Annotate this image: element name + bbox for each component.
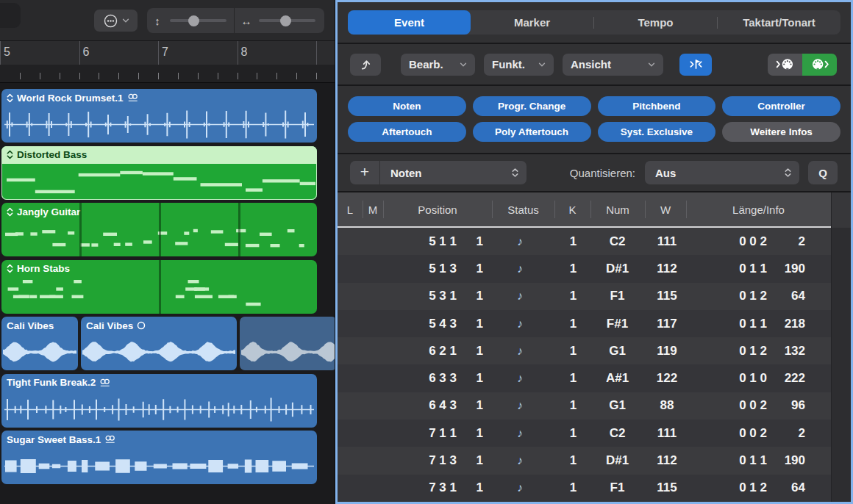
length-value: 0 1 1 bbox=[739, 317, 767, 331]
tab-label: Taktart/Tonart bbox=[743, 16, 815, 29]
region-world-rock-drumset-1[interactable]: World Rock Drumset.1 bbox=[1, 89, 317, 143]
filter-poly-aftertouch[interactable]: Poly Aftertouch bbox=[473, 122, 591, 142]
channel-value: 1 bbox=[557, 317, 590, 331]
event-row[interactable]: 6 2 11♪1G11190 1 2132 bbox=[338, 337, 831, 364]
status-cell: ♪ bbox=[483, 453, 557, 468]
ruler-tick bbox=[60, 73, 60, 79]
note-icon: ♪ bbox=[517, 372, 523, 384]
event-controls-row: + Noten Quantisieren: Aus Q bbox=[338, 154, 851, 191]
position-value: 7 1 1 bbox=[383, 426, 457, 441]
event-row[interactable]: 5 4 31♪1F#11170 1 1218 bbox=[338, 310, 831, 337]
event-row[interactable]: 6 4 31♪1G1880 0 296 bbox=[338, 392, 831, 420]
column-header-num[interactable]: Num bbox=[590, 192, 645, 226]
region-options-button[interactable] bbox=[94, 10, 138, 32]
column-header-position[interactable]: Position bbox=[383, 192, 492, 226]
event-row[interactable]: 7 1 31♪1D#11120 1 1190 bbox=[338, 447, 831, 474]
column-header-status[interactable]: Status bbox=[492, 192, 554, 226]
filter-noten[interactable]: Noten bbox=[348, 96, 466, 116]
filter-progr-change[interactable]: Progr. Change bbox=[473, 96, 591, 116]
region-loop-tail[interactable] bbox=[240, 317, 335, 370]
tab-label: Marker bbox=[514, 16, 550, 29]
quantize-select[interactable]: Aus bbox=[645, 161, 799, 184]
region-tight-funk-break-2[interactable]: Tight Funk Break.2 bbox=[1, 374, 317, 428]
column-header-k[interactable]: K bbox=[554, 192, 590, 226]
velocity-value: 111 bbox=[645, 234, 689, 249]
horizontal-zoom-icon: ↔ bbox=[236, 15, 257, 27]
position-value: 6 4 3 bbox=[383, 398, 457, 413]
tab-tempo[interactable]: Tempo bbox=[594, 10, 717, 35]
vertical-zoom-slider[interactable] bbox=[168, 8, 232, 33]
event-row[interactable]: 5 3 11♪1F11150 1 264 bbox=[338, 283, 831, 310]
catch-playhead-button[interactable] bbox=[679, 54, 712, 76]
event-type-select[interactable]: Noten bbox=[380, 161, 527, 184]
tab-marker[interactable]: Marker bbox=[471, 10, 593, 35]
column-header-l[interactable]: L bbox=[338, 192, 363, 226]
channel-value: 1 bbox=[557, 344, 590, 359]
column-header-m[interactable]: M bbox=[363, 192, 383, 226]
region-cali-vibes[interactable]: Cali Vibes bbox=[1, 317, 78, 370]
filter-label: Pitchbend bbox=[632, 101, 680, 112]
region-distorted-bass[interactable]: Distorted Bass bbox=[1, 146, 317, 200]
flex-pitch-icon bbox=[7, 264, 13, 273]
midi-in-button[interactable] bbox=[768, 54, 802, 76]
filter-pitchbend[interactable]: Pitchbend bbox=[598, 96, 716, 116]
filter-aftertouch[interactable]: Aftertouch bbox=[348, 122, 466, 142]
midi-notes-preview bbox=[3, 164, 315, 198]
midi-out-button[interactable] bbox=[802, 54, 837, 76]
event-row[interactable]: 7 3 11♪1F11150 1 264 bbox=[338, 475, 831, 502]
position-tick: 1 bbox=[457, 480, 483, 495]
event-row[interactable]: 5 1 31♪1D#11120 1 1190 bbox=[338, 255, 831, 282]
region-jangly-guitar[interactable]: Jangly Guitar bbox=[1, 203, 317, 256]
filter-syst-exclusive[interactable]: Syst. Exclusive bbox=[598, 122, 716, 142]
event-row[interactable]: 7 1 11♪1C21110 0 22 bbox=[338, 420, 831, 447]
position-value: 7 3 1 bbox=[383, 480, 457, 495]
horizontal-zoom-slider[interactable] bbox=[257, 8, 321, 33]
bar-line bbox=[316, 41, 317, 65]
column-header-w[interactable]: W bbox=[645, 192, 686, 226]
loop-segment-divider bbox=[238, 203, 240, 256]
note-icon: ♪ bbox=[517, 235, 523, 248]
region-name: Tight Funk Break.2 bbox=[7, 377, 96, 388]
velocity-value: 88 bbox=[645, 398, 689, 413]
slider-knob[interactable] bbox=[188, 15, 199, 26]
functions-menu-button[interactable]: Funkt. bbox=[484, 54, 554, 76]
region-header: World Rock Drumset.1 bbox=[1, 89, 317, 107]
hierarchy-up-button[interactable] bbox=[350, 54, 381, 76]
tab-event[interactable]: Event bbox=[348, 10, 471, 35]
slider-knob[interactable] bbox=[280, 15, 291, 26]
region-sugar-sweet-bass-1[interactable]: Sugar Sweet Bass.1 bbox=[1, 431, 317, 484]
region-name: Horn Stabs bbox=[17, 263, 70, 274]
note-name: F1 bbox=[590, 480, 645, 495]
edit-menu-button[interactable]: Bearb. bbox=[401, 54, 475, 76]
quantize-apply-button[interactable]: Q bbox=[808, 161, 838, 184]
status-cell: ♪ bbox=[483, 371, 557, 386]
position-value: 5 1 3 bbox=[383, 262, 457, 276]
bar-line bbox=[79, 41, 80, 65]
bar-ruler[interactable]: 5678 bbox=[0, 41, 335, 65]
bar-line bbox=[0, 41, 1, 65]
scrollbar-gutter[interactable] bbox=[831, 192, 851, 502]
event-row[interactable]: 6 3 31♪1A#11220 1 0222 bbox=[338, 364, 831, 392]
filter-weitere-infos[interactable]: Weitere Infos bbox=[722, 122, 840, 142]
note-name: G1 bbox=[590, 398, 645, 413]
velocity-value: 115 bbox=[645, 480, 689, 495]
ruler-tick bbox=[296, 73, 297, 79]
view-menu-button[interactable]: Ansicht bbox=[563, 54, 663, 76]
ruler-ticks bbox=[0, 65, 335, 83]
waveform-preview bbox=[3, 107, 315, 141]
length-cell: 0 0 22 bbox=[689, 234, 831, 249]
add-event-button[interactable]: + bbox=[350, 161, 380, 184]
bar-number: 6 bbox=[83, 46, 90, 59]
note-name: C2 bbox=[590, 426, 645, 441]
loop-segment-divider bbox=[79, 203, 82, 256]
position-tick: 1 bbox=[457, 453, 483, 468]
filter-controller[interactable]: Controller bbox=[722, 96, 840, 116]
tab-taktart-tonart[interactable]: Taktart/Tonart bbox=[718, 10, 840, 35]
region-cali-vibes[interactable]: Cali Vibes bbox=[81, 317, 237, 370]
column-header-l-nge-info[interactable]: Länge/Info bbox=[686, 192, 831, 226]
region-horn-stabs[interactable]: Horn Stabs bbox=[1, 260, 317, 314]
event-row[interactable]: 5 1 11♪1C21110 0 22 bbox=[338, 228, 831, 255]
note-icon: ♪ bbox=[517, 454, 523, 467]
quantize-value: Aus bbox=[655, 167, 676, 179]
bar-number: 7 bbox=[162, 46, 168, 59]
